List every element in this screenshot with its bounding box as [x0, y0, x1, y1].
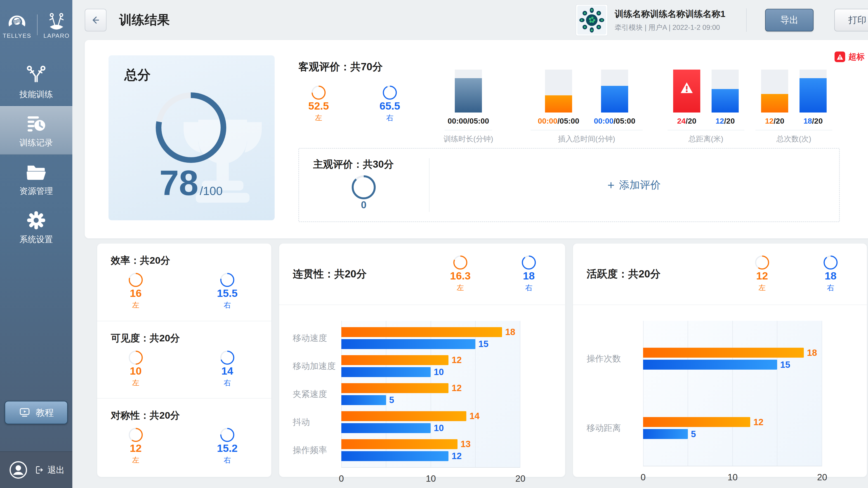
- bar-fill: [601, 86, 628, 112]
- print-button[interactable]: 打印: [834, 9, 868, 31]
- activity-card: 活跃度：共20分 12 左 18 右: [573, 243, 867, 477]
- session-meta: 牵引模块 | 用户A | 2022-1-2 09:00: [615, 23, 725, 32]
- page-header: 训练结果: [72, 0, 868, 40]
- bar-track: [800, 70, 827, 112]
- coherence-plot: 18 15 12 10 12 5: [341, 321, 520, 468]
- bar-fill: [761, 94, 788, 112]
- user-avatar-icon: [8, 460, 28, 480]
- bar-fill: [545, 95, 572, 112]
- subjective-title: 主观评价：共30分: [313, 158, 394, 171]
- add-evaluation-button[interactable]: + 添加评价: [429, 149, 839, 221]
- warning-icon: [680, 82, 693, 94]
- activity-title: 活跃度：共20分: [587, 267, 743, 281]
- main-area: 训练结果: [72, 0, 868, 488]
- over-limit-label: 超标: [848, 51, 865, 62]
- scores-card: 效率：共20分 16 左 15.5 右: [97, 243, 271, 477]
- warning-icon: [835, 52, 845, 62]
- skill-training-icon: [25, 64, 48, 87]
- sidebar: TELLYES LAPARO: [0, 0, 72, 488]
- gear-icon: [25, 209, 48, 232]
- total-score-gauge: 78 /100: [135, 92, 246, 203]
- coherence-gauge-right: 18 右: [510, 256, 548, 293]
- folder-icon: [25, 161, 48, 183]
- session-name: 训练名称训练名称训练名称1: [615, 8, 725, 20]
- training-thumbnail-image: [577, 6, 607, 35]
- coherence-x-axis: 0 10 20: [341, 470, 520, 486]
- objective-gauge-right: 65.5 右: [371, 86, 408, 123]
- coherence-chart: 移动速度 移动加速度 夹紧速度 抖动 操作频率 18 15: [279, 321, 565, 468]
- metric-label: 训练时长(分钟): [443, 134, 493, 144]
- efficiency-gauge-right: 15.5 右: [209, 273, 246, 310]
- logo-separator: [37, 14, 37, 35]
- activity-plot: 18 15 12 5: [643, 321, 822, 466]
- bar-track: [601, 70, 628, 112]
- bar-track: [455, 70, 482, 112]
- sidebar-item-resource-management[interactable]: 资源管理: [0, 155, 72, 203]
- bar-track: [712, 70, 739, 112]
- metric-insert-total-time: 00:00/05:00 00:00/05:00 插入总时间(分钟): [530, 70, 643, 144]
- laparo-label: LAPARO: [43, 32, 70, 39]
- visibility-gauge-right: 14 右: [209, 351, 246, 388]
- logout-button[interactable]: 退出: [34, 464, 65, 476]
- sidebar-item-skill-training[interactable]: 技能训练: [0, 58, 72, 106]
- metric-label: 插入总时间(分钟): [558, 134, 615, 144]
- sidebar-bottom-bar: 退出: [0, 451, 72, 488]
- sidebar-menu: 技能训练 训练记录: [0, 58, 72, 251]
- activity-gauge-right: 18 右: [812, 256, 849, 293]
- app: TELLYES LAPARO: [0, 0, 868, 488]
- activity-gauge-left: 12 左: [743, 256, 781, 293]
- subjective-evaluation-box: 主观评价：共30分 0 + 添加评价: [298, 148, 840, 222]
- logout-icon: [34, 465, 44, 475]
- header-separator: [746, 8, 747, 32]
- coherence-gauge-left: 16.3 左: [442, 256, 479, 293]
- laparo-logo: LAPARO: [43, 11, 70, 39]
- total-score-card: 总分 78 /100: [108, 55, 275, 220]
- avatar[interactable]: [8, 460, 28, 480]
- session-info: 训练名称训练名称训练名称1 牵引模块 | 用户A | 2022-1-2 09:0…: [576, 4, 725, 36]
- total-score-max: /100: [200, 184, 223, 198]
- overview-card: 总分 78 /100 客观评价：共70分 超标: [85, 40, 868, 238]
- activity-chart: 操作次数 移动距离 18 15 12 5: [573, 321, 867, 466]
- activity-x-axis: 0 10 20: [643, 469, 822, 485]
- coherence-card: 连贯性：共20分 16.3 左 18 右: [279, 243, 565, 477]
- tellyes-logo: TELLYES: [3, 11, 31, 39]
- visibility-section: 可见度：共20分 10 左 14 右: [97, 321, 271, 398]
- metric-label: 总距离(米): [688, 134, 723, 144]
- content: 总分 78 /100 客观评价：共70分 超标: [72, 40, 868, 477]
- metric-training-duration: 00:00/05:00 训练时长(分钟): [441, 70, 495, 144]
- tellyes-label: TELLYES: [3, 32, 31, 39]
- sidebar-item-system-settings[interactable]: 系统设置: [0, 203, 72, 251]
- objective-title: 客观评价：共70分: [298, 60, 383, 74]
- training-thumbnail: [576, 4, 608, 36]
- efficiency-gauge-left: 16 左: [117, 273, 154, 310]
- back-button[interactable]: [85, 9, 106, 31]
- subjective-gauge: 0: [346, 175, 381, 210]
- coherence-title: 连贯性：共20分: [293, 267, 442, 281]
- bar-track: [761, 70, 788, 112]
- bar-fill: [800, 78, 827, 112]
- tellyes-logo-icon: [6, 11, 27, 31]
- logo-row: TELLYES LAPARO: [0, 0, 72, 43]
- bar-fill: [712, 89, 739, 113]
- visibility-gauge-left: 10 左: [117, 351, 154, 388]
- symmetry-gauge-left: 12 左: [117, 428, 154, 465]
- efficiency-section: 效率：共20分 16 左 15.5 右: [97, 243, 271, 321]
- plus-icon: +: [608, 179, 615, 191]
- bottom-row: 效率：共20分 16 左 15.5 右: [85, 243, 868, 477]
- bar-fill: [455, 78, 482, 112]
- symmetry-section: 对称性：共20分 12 左 15.2 右: [97, 398, 271, 475]
- back-arrow-icon: [90, 14, 101, 26]
- symmetry-gauge-right: 15.2 右: [209, 428, 246, 465]
- laparo-logo-icon: [46, 11, 67, 31]
- metric-total-distance: 24/20 12/20 总距离(米): [668, 70, 744, 144]
- over-limit-badge: 超标: [835, 51, 865, 62]
- export-button[interactable]: 导出: [765, 9, 813, 31]
- bar-track: [673, 70, 700, 112]
- training-records-icon: [25, 112, 48, 135]
- tutorial-button[interactable]: 教程: [4, 401, 68, 424]
- metric-label: 总次数(次): [776, 134, 811, 144]
- total-score-title: 总分: [124, 66, 151, 84]
- video-tutorial-icon: [19, 406, 31, 419]
- page-title: 训练结果: [119, 11, 170, 29]
- sidebar-item-training-records[interactable]: 训练记录: [0, 106, 72, 155]
